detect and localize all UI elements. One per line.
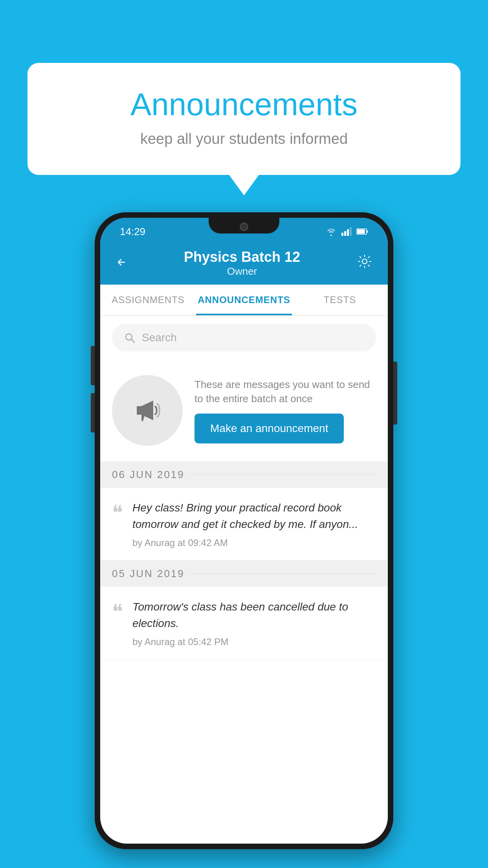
date-label-2: 05 JUN 2019 (112, 568, 185, 580)
status-time: 14:29 (120, 226, 145, 238)
phone-screen: 14:29 (100, 218, 388, 844)
date-divider-line-2 (189, 574, 376, 574)
app-bar: Physics Batch 12 Owner (100, 241, 388, 285)
quote-icon-2: ❝ (112, 602, 123, 622)
make-announcement-button[interactable]: Make an announcement (194, 414, 344, 443)
svg-rect-5 (367, 230, 368, 233)
announcement-text-1: Hey class! Bring your practical record b… (132, 500, 376, 533)
back-button[interactable] (116, 255, 127, 271)
search-input[interactable]: Search (142, 331, 177, 344)
speech-bubble-title: Announcements (59, 86, 429, 123)
speech-bubble: Announcements keep all your students inf… (28, 63, 460, 175)
svg-rect-10 (137, 406, 141, 415)
announcement-description: These are messages you want to send to t… (194, 377, 376, 406)
announcement-meta-1: by Anurag at 09:42 AM (132, 537, 376, 548)
speech-bubble-container: Announcements keep all your students inf… (28, 63, 460, 175)
phone-container: 14:29 (95, 212, 393, 849)
phone-frame: 14:29 (95, 212, 393, 849)
app-bar-title: Physics Batch 12 (127, 249, 357, 265)
announcement-text-2: Tomorrow's class has been cancelled due … (132, 599, 376, 632)
phone-notch (209, 218, 279, 234)
announcement-content-1: Hey class! Bring your practical record b… (132, 500, 376, 548)
announcement-item-2[interactable]: ❝ Tomorrow's class has been cancelled du… (100, 587, 388, 660)
date-label-1: 06 JUN 2019 (112, 469, 185, 481)
settings-icon[interactable] (357, 254, 372, 272)
svg-rect-2 (347, 229, 349, 236)
date-divider-line-1 (189, 474, 376, 475)
announcement-right: These are messages you want to send to t… (194, 377, 376, 444)
date-divider-2: 05 JUN 2019 (100, 561, 388, 587)
tab-announcements[interactable]: ANNOUNCEMENTS (196, 285, 292, 315)
speech-bubble-subtitle: keep all your students informed (59, 131, 429, 147)
signal-icon (341, 227, 352, 236)
app-bar-title-container: Physics Batch 12 Owner (127, 249, 357, 278)
power-button (393, 362, 397, 425)
svg-rect-6 (357, 230, 365, 234)
svg-rect-3 (350, 227, 352, 236)
svg-rect-0 (341, 233, 343, 236)
announcement-meta-2: by Anurag at 05:42 PM (132, 636, 376, 647)
wifi-icon (326, 227, 337, 236)
quote-icon-1: ❝ (112, 503, 123, 523)
svg-point-7 (362, 259, 367, 264)
announcement-content-2: Tomorrow's class has been cancelled due … (132, 599, 376, 647)
tab-tests[interactable]: TESTS (292, 285, 388, 315)
svg-line-9 (131, 339, 134, 342)
announcement-prompt: These are messages you want to send to t… (100, 359, 388, 462)
battery-icon (356, 228, 368, 235)
announcement-icon-circle (112, 375, 183, 446)
announcement-item-1[interactable]: ❝ Hey class! Bring your practical record… (100, 488, 388, 561)
volume-down-button (91, 393, 95, 432)
search-icon (124, 332, 136, 344)
app-bar-subtitle: Owner (127, 265, 357, 278)
svg-rect-1 (344, 231, 346, 236)
tabs-container: ASSIGNMENTS ANNOUNCEMENTS TESTS (100, 285, 388, 316)
volume-up-button (91, 346, 95, 385)
status-icons (326, 227, 368, 236)
date-divider-1: 06 JUN 2019 (100, 462, 388, 488)
megaphone-icon (130, 393, 165, 428)
search-bar[interactable]: Search (112, 324, 376, 351)
tab-assignments[interactable]: ASSIGNMENTS (100, 285, 196, 315)
front-camera (240, 223, 248, 231)
search-container: Search (100, 316, 388, 359)
